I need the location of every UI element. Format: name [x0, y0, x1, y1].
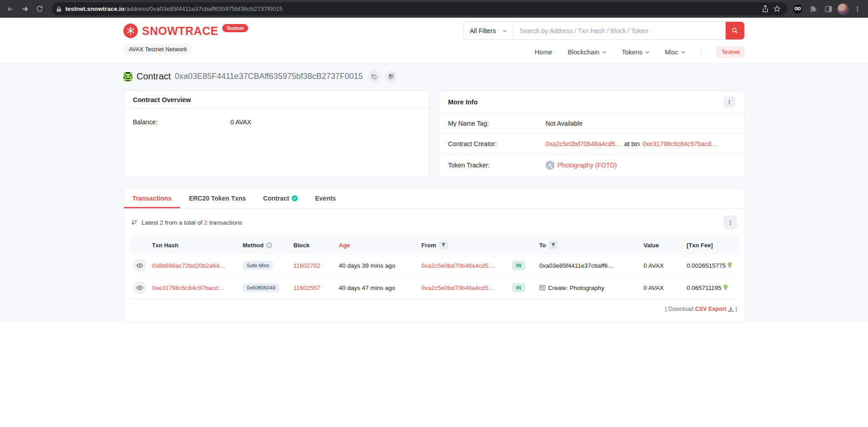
eye-icon: [137, 263, 143, 268]
download-icon: [728, 306, 734, 312]
to-filter-button[interactable]: [549, 240, 558, 250]
tab-erc20-token-txns[interactable]: ERC20 Token Txns: [180, 188, 254, 208]
txn-hash-link[interactable]: 0x8b698ac72bd20b2a64…: [152, 262, 225, 269]
contract-icon: [539, 285, 546, 290]
page-title: Contract: [137, 71, 171, 82]
snowtrace-logo[interactable]: SNOWTRACE Testnet: [123, 24, 248, 38]
profile-avatar[interactable]: [837, 3, 849, 15]
nav-tokens[interactable]: Tokens: [622, 49, 649, 56]
transactions-panel: Transactions ERC20 Token Txns Contract E…: [123, 188, 745, 323]
page-bottom-whitespace: [0, 323, 868, 427]
name-tag-value: Not Available: [546, 120, 582, 127]
from-filter-button[interactable]: [439, 240, 449, 250]
nav-misc[interactable]: Misc: [665, 49, 685, 56]
block-link[interactable]: 11602702: [293, 262, 320, 269]
filter-icon: [441, 243, 446, 247]
kebab-menu-icon: [727, 220, 733, 226]
browser-chrome: testnet.snowtrace.io/address/0xa03e85f44…: [0, 0, 868, 18]
to-cell: Create: Photography: [536, 277, 640, 299]
search-button[interactable]: [726, 22, 744, 39]
creator-address-link[interactable]: 0xa2c5e0bd70b48a4cd5…: [546, 140, 621, 147]
copy-icon: [371, 74, 377, 79]
site-header: SNOWTRACE Testnet AVAX Testnet Network A…: [0, 18, 868, 64]
col-direction: [508, 236, 536, 255]
txn-preview-button[interactable]: [134, 282, 146, 294]
col-txn-fee: [Txn Fee]: [683, 236, 739, 255]
fee-cell: 0.065711195: [683, 277, 739, 299]
transactions-table: Txn Hash Method Block Age From To Value …: [130, 236, 739, 299]
name-tag-label: My Name Tag:: [448, 120, 546, 127]
more-info-card-title: More Info: [448, 98, 478, 106]
from-address-link[interactable]: 0xa2c5e0bd70b48a4cd5…: [421, 262, 494, 269]
main-nav: Home Blockchain Tokens Misc Testnet: [535, 46, 745, 58]
network-label: AVAX Testnet Network: [123, 44, 192, 55]
balance-label: Balance:: [133, 118, 230, 126]
brand-testnet-badge: Testnet: [222, 24, 248, 32]
token-tracker-row: Token Tracker: Photography (FOTO): [439, 154, 744, 176]
table-header-row: Txn Hash Method Block Age From To Value …: [130, 236, 739, 255]
search-bar: All Filters: [463, 21, 745, 40]
contract-overview-card: Contract Overview Balance: 0 AVAX: [123, 90, 429, 177]
csv-export-link[interactable]: CSV Export: [695, 306, 727, 312]
gas-bulb-icon: [723, 285, 728, 291]
name-tag-row: My Name Tag: Not Available: [439, 113, 744, 134]
tab-contract[interactable]: Contract: [254, 188, 307, 208]
balance-value: 0 AVAX: [230, 118, 251, 126]
creation-txn-link[interactable]: 0xe31798c6c84c97bacd…: [643, 140, 718, 147]
contract-creator-label: Contract Creator:: [448, 140, 546, 147]
browser-menu-icon[interactable]: [851, 2, 864, 16]
copy-address-button[interactable]: [368, 70, 380, 83]
more-info-card: More Info My Name Tag: Not Available Con…: [439, 90, 745, 177]
table-row: 0x8b698ac72bd20b2a64… Safe Mint 11602702…: [130, 255, 739, 277]
contract-creator-row: Contract Creator: 0xa2c5e0bd70b48a4cd5… …: [439, 134, 744, 154]
txn-preview-button[interactable]: [134, 260, 146, 271]
info-icon: [266, 242, 272, 248]
csv-export-row: [ Download CSV Export ]: [124, 299, 744, 322]
more-info-menu-button[interactable]: [723, 96, 735, 108]
testnet-network-button[interactable]: Testnet: [717, 46, 745, 58]
transactions-count: 2: [204, 219, 208, 226]
qr-code-button[interactable]: [385, 70, 397, 83]
block-link[interactable]: 11602557: [293, 285, 320, 291]
bookmark-star-icon[interactable]: [771, 3, 783, 15]
creator-at-txn-text: at txn: [624, 140, 639, 147]
search-icon: [731, 27, 738, 34]
nav-blockchain[interactable]: Blockchain: [568, 49, 606, 56]
transactions-menu-button[interactable]: [723, 216, 737, 229]
owl-extension-icon[interactable]: [791, 2, 805, 16]
col-expand: [130, 236, 148, 255]
extensions-puzzle-icon[interactable]: [806, 2, 820, 16]
col-method: Method: [239, 236, 290, 255]
side-panel-icon[interactable]: [822, 2, 835, 16]
search-filter-select[interactable]: All Filters: [464, 22, 513, 39]
nav-home[interactable]: Home: [535, 49, 552, 56]
token-tracker-link[interactable]: Photography (FOTO): [557, 162, 617, 169]
from-address-link[interactable]: 0xa2c5e0bd70b48a4cd5…: [421, 285, 494, 291]
nav-divider: [701, 47, 701, 57]
url-bar[interactable]: testnet.snowtrace.io/address/0xa03e85f44…: [52, 2, 787, 15]
col-from: From: [418, 236, 508, 255]
overview-card-title: Contract Overview: [133, 96, 191, 103]
share-icon[interactable]: [759, 3, 771, 15]
tabs-bar: Transactions ERC20 Token Txns Contract E…: [124, 188, 744, 209]
page-content: Contract 0xa03E85F4411e37CBAff635975bf38…: [0, 64, 868, 323]
reload-icon[interactable]: [33, 2, 46, 16]
tab-events[interactable]: Events: [307, 188, 345, 208]
chevron-down-icon: [681, 51, 685, 54]
fee-cell: 0.0026515775: [683, 255, 739, 277]
back-icon[interactable]: [4, 2, 17, 16]
token-logo-icon: [546, 161, 555, 170]
tab-transactions[interactable]: Transactions: [124, 188, 180, 208]
method-badge: Safe Mint: [243, 261, 273, 270]
value-cell: 0 AVAX: [640, 255, 683, 277]
col-age[interactable]: Age: [335, 236, 418, 255]
token-tracker-label: Token Tracker:: [448, 162, 546, 169]
forward-icon[interactable]: [18, 2, 32, 16]
col-to: To: [536, 236, 640, 255]
eye-icon: [137, 285, 143, 290]
search-input[interactable]: [513, 22, 726, 39]
txn-hash-link[interactable]: 0xe31798c6c84c97bacd…: [152, 285, 224, 291]
verified-check-icon: [292, 195, 298, 201]
col-block: Block: [290, 236, 335, 255]
value-cell: 0 AVAX: [640, 277, 683, 299]
